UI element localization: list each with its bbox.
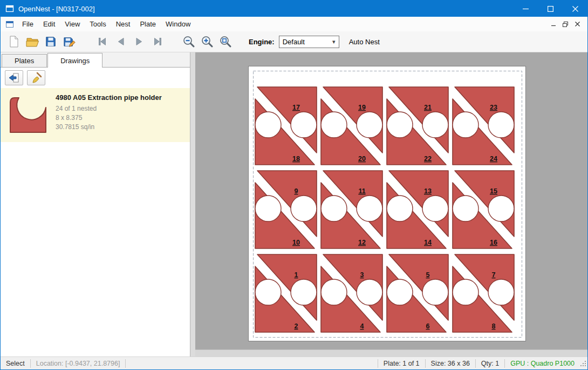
drawing-list-item[interactable]: 4980 A05 Extraction pipe holder 24 of 1 … <box>1 88 190 142</box>
window-title: OpenNest - [N0317-002] <box>18 5 95 13</box>
part-number-label: 7 <box>492 271 496 279</box>
app-window: OpenNest - [N0317-002] File Edit View To… <box>0 0 588 370</box>
open-folder-icon <box>26 36 39 48</box>
engine-label: Engine: <box>249 38 275 46</box>
part-number-label: 21 <box>424 104 432 111</box>
zoom-in-icon <box>201 35 214 48</box>
save-edit-button[interactable] <box>60 33 78 50</box>
menu-item-nest[interactable]: Nest <box>111 17 135 31</box>
drawing-area: 30.7815 sq/in <box>56 123 162 132</box>
part-number-label: 24 <box>490 155 497 163</box>
drawing-nested-count: 24 of 1 nested <box>56 104 162 113</box>
auto-nest-button[interactable]: Auto Nest <box>349 38 380 46</box>
part-number-label: 13 <box>424 187 432 195</box>
part-number-label: 11 <box>358 187 365 195</box>
menu-item-tools[interactable]: Tools <box>85 17 111 31</box>
nested-part-pair[interactable]: 12 <box>255 254 317 332</box>
status-qty: Qty: 1 <box>476 357 504 369</box>
part-number-label: 20 <box>358 155 366 163</box>
part-number-label: 23 <box>490 104 497 111</box>
nav-first-button[interactable] <box>93 33 112 50</box>
part-number-label: 16 <box>490 239 497 246</box>
part-number-label: 8 <box>492 322 496 330</box>
status-size: Size: 36 x 36 <box>426 357 475 369</box>
nested-part-pair[interactable]: 910 <box>255 171 317 248</box>
zoom-fit-button[interactable] <box>216 33 235 50</box>
title-bar: OpenNest - [N0317-002] <box>1 1 587 17</box>
menu-item-plate[interactable]: Plate <box>135 17 161 31</box>
tab-drawings[interactable]: Drawings <box>47 53 102 68</box>
status-location: Location: [-0.9437, 21.8796] <box>31 357 126 369</box>
nested-part-pair[interactable]: 2122 <box>387 87 448 165</box>
zoom-fit-icon <box>219 35 232 48</box>
panel-splitter[interactable] <box>190 52 195 356</box>
zoom-in-button[interactable] <box>198 33 216 50</box>
part-number-label: 17 <box>292 104 300 111</box>
status-mode: Select <box>1 357 30 369</box>
close-button[interactable] <box>563 1 587 17</box>
plate[interactable]: 171819202122232491011121314151612345678 <box>248 66 526 341</box>
nested-part-pair[interactable]: 56 <box>387 254 448 332</box>
drawings-toolbar <box>1 68 190 88</box>
part-number-label: 19 <box>358 104 366 111</box>
part-number-label: 12 <box>358 239 366 246</box>
zoom-out-button[interactable] <box>180 33 198 50</box>
drawings-panel: Plates Drawings 4980 A05 Extractio <box>1 52 190 356</box>
last-arrow-icon <box>151 36 164 48</box>
new-button[interactable] <box>5 33 23 50</box>
mdi-close-button[interactable] <box>571 19 583 30</box>
nested-part-pair[interactable]: 2324 <box>453 87 514 165</box>
part-number-label: 1 <box>295 271 298 279</box>
drawing-list-empty-area <box>1 142 190 356</box>
menu-item-edit[interactable]: Edit <box>38 17 60 31</box>
part-number-label: 22 <box>424 155 432 163</box>
nested-part-pair[interactable]: 1718 <box>255 87 317 165</box>
drawing-title: 4980 A05 Extraction pipe holder <box>56 93 162 102</box>
part-number-label: 15 <box>490 187 497 195</box>
nested-part-pair[interactable]: 1314 <box>387 171 448 248</box>
clear-drawings-button[interactable] <box>27 70 45 85</box>
nested-part-pair[interactable]: 1112 <box>321 171 382 248</box>
nav-last-button[interactable] <box>148 33 167 50</box>
tab-plates[interactable]: Plates <box>2 54 47 67</box>
mdi-restore-button[interactable] <box>559 19 571 30</box>
resize-grip[interactable] <box>580 360 586 368</box>
nav-prev-button[interactable] <box>112 33 130 50</box>
engine-select[interactable]: Default ▾ <box>279 36 339 48</box>
nested-part-pair[interactable]: 34 <box>321 254 382 332</box>
pipe-holder-part-icon <box>6 92 49 136</box>
nest-canvas[interactable]: 171819202122232491011121314151612345678 <box>195 52 587 356</box>
open-button[interactable] <box>23 33 42 50</box>
minimize-button[interactable] <box>513 1 538 17</box>
engine-value: Default <box>279 38 329 46</box>
horizontal-scrollbar[interactable] <box>195 349 587 356</box>
save-button[interactable] <box>42 33 60 50</box>
part-number-label: 4 <box>360 322 364 330</box>
broom-icon <box>30 71 43 84</box>
nested-part-pair[interactable]: 1920 <box>321 87 382 165</box>
import-drawing-button[interactable] <box>5 70 23 85</box>
menu-bar: File Edit View Tools Nest Plate Window <box>1 17 587 31</box>
zoom-out-icon <box>182 35 195 48</box>
nested-part-pair[interactable]: 1516 <box>453 171 514 248</box>
nested-part-pair[interactable]: 78 <box>453 254 514 332</box>
part-number-label: 5 <box>426 271 430 279</box>
part-number-label: 9 <box>295 187 298 195</box>
part-number-label: 6 <box>426 322 430 330</box>
menu-item-file[interactable]: File <box>17 17 38 31</box>
save-edit-icon <box>63 36 76 48</box>
status-plate: Plate: 1 of 1 <box>378 357 425 369</box>
maximize-button[interactable] <box>538 1 563 17</box>
drawing-dimensions: 8 x 8.375 <box>56 113 162 123</box>
panel-tabstrip: Plates Drawings <box>1 52 190 68</box>
menu-item-window[interactable]: Window <box>161 17 195 31</box>
part-number-label: 2 <box>295 322 298 330</box>
nav-next-button[interactable] <box>130 33 148 50</box>
next-arrow-icon <box>133 36 146 48</box>
mdi-minimize-button[interactable] <box>548 19 559 30</box>
menu-item-view[interactable]: View <box>60 17 85 31</box>
status-separator <box>125 359 126 368</box>
prev-arrow-icon <box>114 36 127 48</box>
part-number-label: 14 <box>424 239 432 246</box>
mdi-system-icon[interactable] <box>5 20 14 29</box>
